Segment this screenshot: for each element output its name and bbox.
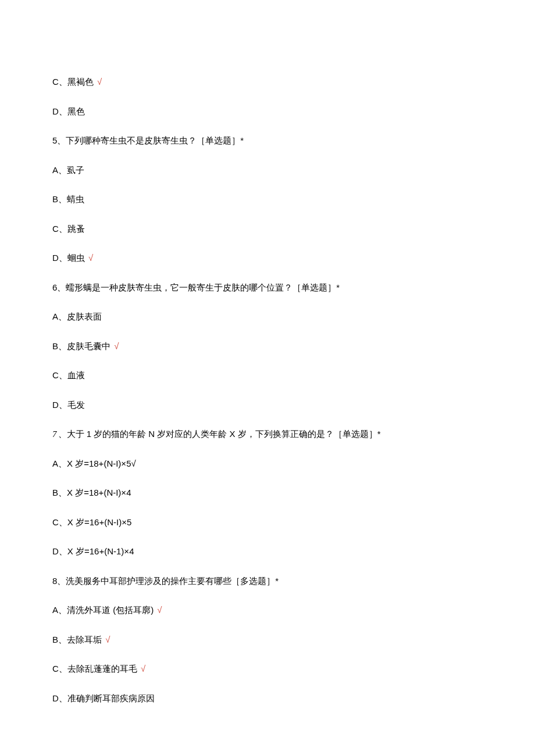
- option-text: A、清洗外耳道 (包括耳廓): [52, 605, 154, 615]
- q7-option-a: A、X 岁=18+(N-I)×5√: [52, 457, 483, 471]
- question-number: 7: [52, 429, 57, 439]
- q8-option-a: A、清洗外耳道 (包括耳廓) √: [52, 604, 483, 617]
- option-text: B、皮肤毛囊中: [52, 341, 110, 351]
- q5-option-a: A、虱子: [52, 164, 483, 177]
- q5-option-b: B、蜻虫: [52, 193, 483, 206]
- check-icon: √: [105, 635, 110, 644]
- option-text: C、去除乱蓬蓬的耳毛: [52, 664, 137, 673]
- q8-option-d: D、准确判断耳部疾病原因: [52, 692, 483, 705]
- option-text: D、蛔虫: [52, 253, 85, 263]
- q8-option-b: B、去除耳垢 √: [52, 633, 483, 647]
- question-text: 、大于 1 岁的猫的年龄 N 岁对应的人类年龄 X 岁，下列换算正确的是？［单选…: [58, 429, 381, 439]
- q8-stem: 8、洗美服务中耳部护理涉及的操作主要有哪些［多选题］*: [52, 575, 483, 588]
- question-text: 8、洗美服务中耳部护理涉及的操作主要有哪些［多选题］*: [52, 576, 279, 586]
- q5-stem: 5、下列哪种寄生虫不是皮肤寄生虫？［单选题］*: [52, 134, 483, 148]
- option-text: C、黑褐色: [52, 77, 94, 87]
- check-icon: √: [114, 341, 119, 351]
- option-text: B、蜻虫: [52, 194, 84, 204]
- q5-option-d: D、蛔虫 √: [52, 252, 483, 265]
- check-icon: √: [141, 664, 145, 673]
- question-text: 5、下列哪种寄生虫不是皮肤寄生虫？［单选题］*: [52, 135, 244, 145]
- option-text: C、血液: [52, 370, 85, 380]
- q7-option-d: D、X 岁=16+(N-1)×4: [52, 545, 483, 558]
- option-text: D、毛发: [52, 400, 85, 410]
- q6-option-b: B、皮肤毛囊中 √: [52, 340, 483, 353]
- q6-option-d: D、毛发: [52, 399, 483, 412]
- q8-option-c: C、去除乱蓬蓬的耳毛 √: [52, 662, 483, 676]
- q6-option-c: C、血液: [52, 369, 483, 382]
- check-icon: √: [157, 605, 162, 615]
- option-text: B、去除耳垢: [52, 635, 102, 644]
- option-text: A、虱子: [52, 165, 84, 175]
- document-page: C、黑褐色 √ D、黑色 5、下列哪种寄生虫不是皮肤寄生虫？［单选题］* A、虱…: [0, 0, 535, 756]
- option-text: B、X 岁=18+(N-I)×4: [52, 488, 131, 497]
- option-text: A、X 岁=18+(N-I)×5√: [52, 458, 136, 468]
- q7-option-c: C、X 岁=16+(N-I)×5: [52, 516, 483, 529]
- question-text: 6、蠕形螨是一种皮肤寄生虫，它一般寄生于皮肤的哪个位置？［单选题］*: [52, 282, 340, 292]
- q5-option-c: C、跳蚤: [52, 223, 483, 236]
- option-text: C、跳蚤: [52, 224, 85, 234]
- q7-option-b: B、X 岁=18+(N-I)×4: [52, 486, 483, 500]
- check-icon: √: [88, 253, 93, 263]
- option-text: D、准确判断耳部疾病原因: [52, 693, 155, 703]
- option-text: C、X 岁=16+(N-I)×5: [52, 517, 131, 527]
- q6-stem: 6、蠕形螨是一种皮肤寄生虫，它一般寄生于皮肤的哪个位置？［单选题］*: [52, 281, 483, 295]
- q4-option-d: D、黑色: [52, 105, 483, 119]
- q4-option-c: C、黑褐色 √: [52, 76, 483, 89]
- option-text: D、X 岁=16+(N-1)×4: [52, 546, 134, 556]
- option-text: A、皮肤表面: [52, 311, 102, 321]
- q6-option-a: A、皮肤表面: [52, 310, 483, 324]
- q7-stem: 7、大于 1 岁的猫的年龄 N 岁对应的人类年龄 X 岁，下列换算正确的是？［单…: [52, 428, 483, 441]
- option-text: D、黑色: [52, 106, 85, 116]
- check-icon: √: [97, 77, 102, 87]
